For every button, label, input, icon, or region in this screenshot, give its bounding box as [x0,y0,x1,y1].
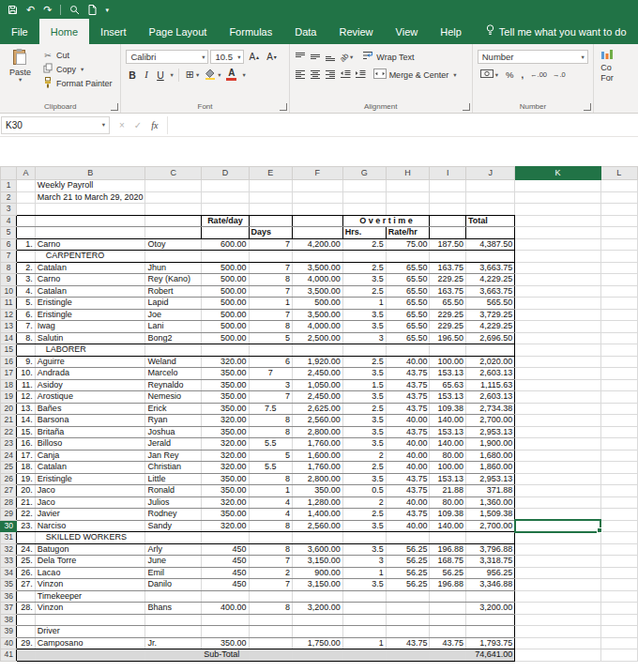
cell-L7[interactable] [600,251,637,263]
cell-E8[interactable]: 7 [249,262,292,274]
cell-E18[interactable]: 3 [249,379,292,391]
row-header-8[interactable]: 8 [1,262,17,274]
cell-A13[interactable]: 7. [17,321,36,333]
cell-F38[interactable] [292,614,342,626]
cell-L4[interactable] [600,215,637,227]
cell-E34[interactable]: 2 [249,567,292,579]
cell-G29[interactable]: 2.5 [342,509,386,521]
cell-C11[interactable]: Lapid [145,298,202,310]
cell-A21[interactable]: 14. [17,415,36,427]
cell-H7[interactable] [386,251,430,263]
cell-F28[interactable]: 1,280.00 [292,496,342,509]
cell-K33[interactable] [515,556,600,568]
cell-A12[interactable]: 6. [17,309,36,321]
cell-I5[interactable] [430,227,466,239]
cell-B16[interactable]: Aguirre [35,356,145,368]
cell-D15[interactable] [202,344,249,357]
cell-D32[interactable]: 450 [202,543,249,556]
cell-J11[interactable]: 565.50 [466,298,515,310]
cell-L41[interactable] [600,649,637,662]
cell-J32[interactable]: 3,796.88 [466,543,515,556]
cell-C17[interactable]: Marcelo [145,368,202,380]
cell-K1[interactable] [515,180,600,192]
cell-E21[interactable]: 8 [249,415,292,427]
cell-B3[interactable] [35,204,145,216]
cell-A16[interactable]: 9. [17,356,36,368]
cell-A19[interactable]: 12. [17,391,36,404]
cell-C5[interactable] [145,227,202,239]
cell-L3[interactable] [600,204,637,216]
cell-L5[interactable] [600,227,637,239]
cell-D23[interactable]: 320.00 [202,438,249,451]
cell-L14[interactable] [600,332,637,344]
cell-J5[interactable] [466,227,515,239]
cell-L22[interactable] [600,426,637,438]
cell-K10[interactable] [515,285,600,298]
cell-B18[interactable]: Asidoy [35,379,145,391]
cell-E20[interactable]: 7.5 [249,403,292,415]
cell-G20[interactable]: 2.5 [342,403,386,415]
row-header-38[interactable]: 38 [1,614,17,626]
cell-A17[interactable]: 10. [17,368,36,380]
cell-K41[interactable] [515,649,600,662]
cell-D10[interactable]: 500.00 [202,285,249,298]
cell-A33[interactable]: 25. [17,556,36,568]
cell-G12[interactable]: 3.5 [342,309,386,321]
cell-B25[interactable]: Catalan [35,462,145,474]
cell-C29[interactable]: Rodney [145,509,202,521]
cell-E38[interactable] [249,614,292,626]
cell-C40[interactable]: Jr. [145,637,202,649]
select-all-corner[interactable] [1,167,17,180]
wrap-text-button[interactable]: Wrap Text [362,51,414,63]
cell-D28[interactable]: 320.00 [202,496,249,509]
cell-K20[interactable] [515,403,600,415]
cell-A15[interactable] [17,344,36,357]
cell-K6[interactable] [515,238,600,251]
cell-K40[interactable] [515,637,600,649]
cell-L34[interactable] [600,567,637,579]
cell-K23[interactable] [515,438,600,451]
cell-I11[interactable]: 65.50 [430,298,466,310]
cell-G31[interactable] [342,532,386,544]
cell-A22[interactable]: 15. [17,426,36,438]
cell-F31[interactable] [292,532,342,544]
row-header-25[interactable]: 25 [1,462,17,474]
cell-G7[interactable] [342,251,386,263]
cell-E31[interactable] [249,532,292,544]
cell-B19[interactable]: Arostique [35,391,145,404]
cell-D17[interactable]: 350.00 [202,368,249,380]
cell-D29[interactable]: 350.00 [202,509,249,521]
increase-font-size-button[interactable]: A▴ [246,52,262,63]
cell-H37[interactable] [386,603,430,615]
cell-K19[interactable] [515,391,600,404]
cell-L16[interactable] [600,356,637,368]
cell-F40[interactable]: 1,750.00 [292,637,342,649]
row-header-34[interactable]: 34 [1,567,17,579]
cell-B24[interactable]: Canja [35,450,145,462]
cell-D30[interactable]: 320.00 [202,520,249,532]
cell-D4[interactable]: Rate/day [202,215,249,227]
cell-D37[interactable]: 400.00 [202,603,249,615]
cell-A11[interactable]: 5. [17,298,36,310]
cell-B17[interactable]: Andrada [35,368,145,380]
cell-D36[interactable] [202,590,249,603]
cell-C7[interactable] [145,251,202,263]
cell-F26[interactable]: 2,800.00 [292,473,342,485]
cell-D21[interactable]: 320.00 [202,415,249,427]
cell-K12[interactable] [515,309,600,321]
font-name-select[interactable]: Calibri ▾ [126,50,208,64]
borders-button[interactable]: ⊞▾ [184,69,201,81]
cell-D8[interactable]: 500.00 [202,262,249,274]
save-icon[interactable] [8,5,18,15]
cell-B40[interactable]: Camposano [35,637,145,649]
cell-G11[interactable]: 1 [342,298,386,310]
cell-J21[interactable]: 2,700.00 [466,415,515,427]
cell-K26[interactable] [515,473,600,485]
cell-F7[interactable] [292,251,342,263]
cell-C12[interactable]: Joe [145,309,202,321]
cell-H29[interactable]: 43.75 [386,509,430,521]
cell-B26[interactable]: Eristingle [35,473,145,485]
cell-L23[interactable] [600,438,637,451]
cell-E27[interactable]: 1 [249,485,292,497]
cell-C1[interactable] [145,180,202,192]
